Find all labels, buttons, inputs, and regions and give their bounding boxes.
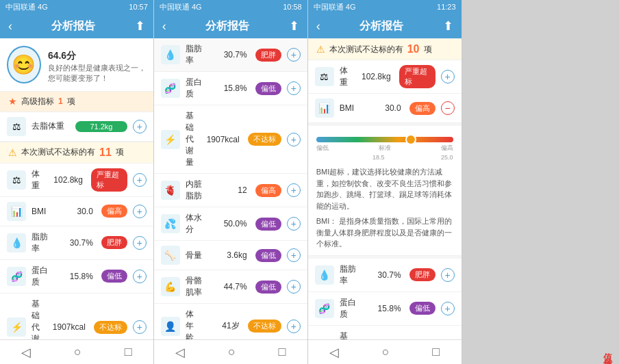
carrier-3: 中国联通 4G — [314, 2, 356, 12]
expand-button[interactable]: + — [441, 268, 455, 282]
back-button-1[interactable]: ‹ — [8, 19, 12, 34]
status-bar-1: 中国联通 4G 10:57 — [0, 0, 153, 14]
share-button-1[interactable]: ⬆ — [135, 18, 145, 34]
status-badge: 偏低 — [255, 281, 281, 294]
metric-name: 体水分 — [186, 212, 204, 235]
metric-value: 44.7% — [210, 282, 247, 291]
metric-row: 📊 BMI 30.0 偏高 − — [308, 94, 462, 123]
lean-body-plus-btn[interactable]: + — [133, 120, 147, 133]
metric-icon: 💦 — [161, 214, 180, 233]
metric-value: 15.8% — [210, 83, 247, 93]
expand-button[interactable]: + — [287, 133, 301, 146]
home-nav-icon[interactable]: ○ — [382, 345, 390, 359]
metric-name: 蛋白质 — [340, 297, 358, 320]
expand-button[interactable]: + — [287, 81, 301, 95]
expand-button[interactable]: + — [133, 173, 147, 187]
bmi-label-low: 偏低 — [316, 144, 329, 153]
metric-name: 骨骼肌率 — [186, 275, 204, 298]
metric-icon: ⚖ — [315, 67, 334, 86]
brand-label: 值 什么值得买 — [601, 346, 614, 359]
recent-nav-icon[interactable]: □ — [125, 345, 132, 359]
bottom-nav-2: ◁ ○ □ — [154, 339, 307, 364]
metric-icon: ⚡ — [7, 317, 26, 337]
metric-value: 15.8% — [55, 272, 93, 281]
panel-2: 中国联通 4G 10:58 ‹ 分析报告 ⬆ 💧 脂肪率 30.7% 肥胖 + … — [154, 0, 308, 364]
expand-button[interactable]: + — [287, 183, 301, 197]
expand-button[interactable]: + — [287, 48, 301, 62]
metric-row: 🧬 蛋白质 15.8% 偏低 + — [308, 292, 462, 326]
back-nav-icon[interactable]: ◁ — [329, 345, 339, 360]
collapse-button[interactable]: − — [441, 101, 455, 115]
bmi-value-labels: 18.5 25.0 — [316, 154, 453, 161]
expand-button[interactable]: + — [441, 70, 455, 83]
recent-nav-icon[interactable]: □ — [432, 345, 440, 359]
metric-name: 基础代谢量 — [186, 110, 197, 168]
status-bar-3: 中国联通 4G 11:23 — [308, 0, 462, 14]
score-number: 64.6分 — [48, 45, 147, 63]
lean-body-name: 去脂体重 — [31, 120, 70, 132]
back-button-2[interactable]: ‹ — [162, 19, 166, 34]
avatar-emoji: 😊 — [12, 53, 36, 76]
status-badge: 不达标 — [248, 320, 281, 333]
back-nav-icon[interactable]: ◁ — [21, 345, 31, 360]
lean-body-icon: ⚖ — [7, 117, 26, 136]
star-icon: ★ — [8, 96, 17, 107]
bmi-label-high: 偏高 — [441, 144, 453, 153]
expand-button[interactable]: + — [287, 248, 301, 262]
expand-button[interactable]: + — [133, 236, 147, 250]
status-badge: 偏低 — [255, 249, 281, 262]
metric-row: ⚖ 体重 102.8kg 严重超标 + — [0, 164, 153, 197]
bmi-value-25: 25.0 — [441, 154, 453, 161]
share-button-3[interactable]: ⬆ — [443, 18, 453, 34]
expand-button[interactable]: + — [133, 205, 147, 218]
metric-row: 🧬 蛋白质 15.8% 偏低 + — [0, 260, 153, 294]
expand-button[interactable]: + — [441, 302, 455, 315]
status-badge: 偏低 — [101, 270, 127, 283]
metric-name: 脂肪率 — [340, 263, 358, 287]
highlight-section: ★ 高级指标 1 项 — [0, 92, 153, 112]
content-1: 😊 64.6分 良好的体型是健康表现之一，您可能要变形了！ ★ 高级指标 1 项… — [0, 38, 153, 339]
expand-button[interactable]: + — [287, 217, 301, 231]
page-title-1: 分析报告 — [51, 19, 95, 34]
home-nav-icon[interactable]: ○ — [228, 345, 236, 359]
expand-button[interactable]: + — [133, 270, 147, 283]
status-badge: 肥胖 — [101, 236, 127, 249]
metric-value: 102.8kg — [45, 175, 83, 185]
warning-unit-3: 项 — [424, 44, 432, 55]
metric-icon: 💧 — [7, 233, 26, 252]
warning-unit-1: 项 — [116, 146, 124, 158]
metric-value: 30.7% — [364, 270, 401, 280]
time-1: 10:57 — [129, 3, 148, 11]
metric-row: 🧬 蛋白质 15.8% 偏低 + — [154, 72, 307, 105]
metric-value: 12 — [210, 185, 247, 195]
expand-button[interactable]: + — [287, 280, 301, 294]
content-2: 💧 脂肪率 30.7% 肥胖 + 🧬 蛋白质 15.8% 偏低 + ⚡ 基础代谢… — [154, 38, 307, 339]
page-title-3: 分析报告 — [359, 19, 403, 34]
back-nav-icon[interactable]: ◁ — [175, 345, 185, 360]
expand-button[interactable]: + — [133, 320, 147, 334]
time-3: 11:23 — [437, 3, 456, 11]
metric-icon: ⚡ — [161, 130, 180, 149]
metric-value: 1907kcal — [202, 135, 240, 144]
metric-row: 🫀 内脏脂肪 12 偏高 + — [154, 174, 307, 207]
carrier-2: 中国联通 4G — [160, 2, 202, 12]
home-nav-icon[interactable]: ○ — [74, 345, 81, 359]
status-bar-2: 中国联通 4G 10:58 — [154, 0, 307, 14]
metric-icon: 📊 — [315, 99, 334, 118]
recent-nav-icon[interactable]: □ — [278, 345, 286, 359]
metric-row: 🦴 骨量 3.6kg 偏低 + — [154, 241, 307, 270]
metric-name: 基础代谢量 — [31, 298, 42, 339]
status-badge: 不达标 — [248, 133, 281, 146]
expand-button[interactable]: + — [287, 320, 301, 333]
status-badge: 偏高 — [409, 102, 435, 115]
bmi-detail-section: 偏低 标准 偏高 18.5 25.0 BMI超标，建议选择比较健康的方法减重，如… — [308, 126, 462, 256]
metric-icon: 🫀 — [161, 181, 180, 200]
back-button-3[interactable]: ‹ — [316, 19, 320, 34]
metric-name: 体重 — [31, 168, 40, 192]
right-info-panel: 值 什么值得买 — [462, 0, 619, 364]
bmi-value-18: 18.5 — [372, 154, 385, 161]
share-button-2[interactable]: ⬆ — [289, 18, 299, 34]
warning-section-3: ⚠ 本次测试不达标的有 10 项 — [308, 38, 462, 60]
warning-icon-1: ⚠ — [8, 147, 17, 158]
metric-row: 💪 骨骼肌率 44.7% 偏低 + — [154, 270, 307, 304]
